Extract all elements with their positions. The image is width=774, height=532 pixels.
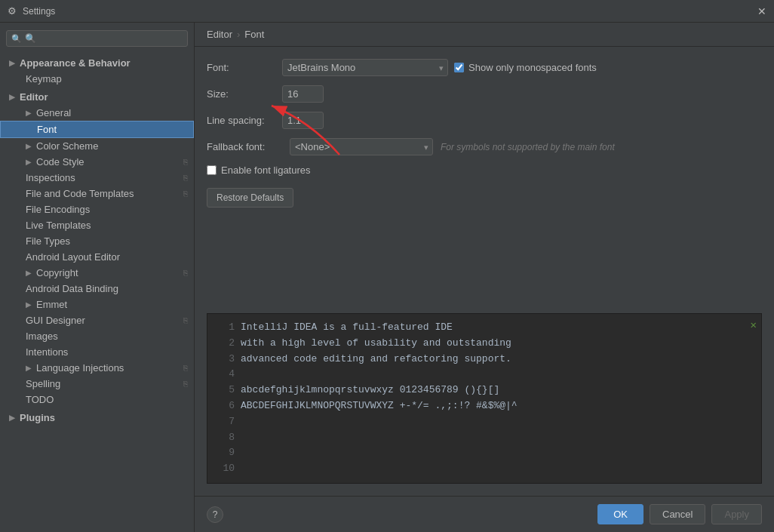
sidebar-item-filetypes[interactable]: File Types <box>0 233 194 249</box>
sidebar-item-plugins[interactable]: ▶ Plugins <box>0 407 194 426</box>
font-select[interactable]: JetBrains Mono Consolas Courier New Fira… <box>282 59 448 76</box>
cancel-button[interactable]: Cancel <box>650 504 705 524</box>
sidebar-item-keymap[interactable]: Keymap <box>0 71 194 87</box>
search-input[interactable] <box>25 33 183 44</box>
fallback-select[interactable]: <None> <box>290 138 433 155</box>
breadcrumb-separator: › <box>237 29 240 40</box>
close-icon[interactable]: ✕ <box>756 5 768 17</box>
font-label: Font: <box>207 62 282 73</box>
monospaced-label: Show only monospaced fonts <box>468 62 597 73</box>
action-buttons: OK Cancel Apply <box>597 504 762 524</box>
sidebar-item-colorscheme[interactable]: ▶ Color Scheme <box>0 138 194 154</box>
font-select-wrapper: JetBrains Mono Consolas Courier New Fira… <box>282 59 448 76</box>
copy-icon: ⎘ <box>183 316 188 324</box>
sidebar-item-fileandcode[interactable]: File and Code Templates ⎘ <box>0 186 194 201</box>
copy-icon: ⎘ <box>183 189 188 198</box>
copy-icon: ⎘ <box>183 269 188 277</box>
line-spacing-label: Line spacing: <box>207 115 282 126</box>
sidebar-item-livetemplates[interactable]: Live Templates <box>0 217 194 233</box>
expand-arrow: ▶ <box>26 142 36 150</box>
preview-line-9: 9 <box>207 445 761 461</box>
ligatures-label: Enable font ligatures <box>221 165 311 176</box>
fallback-label: Fallback font: <box>207 141 290 152</box>
preview-line-10: 10 <box>207 461 761 477</box>
preview-line-6: 6 ABCDEFGHIJKLMNOPQRSTUVWXYZ +-*/= .,;:!… <box>207 398 761 414</box>
search-box[interactable]: 🔍 <box>6 30 188 47</box>
preview-line-2: 2 with a high level of usability and out… <box>207 336 761 352</box>
preview-line-7: 7 <box>207 414 761 430</box>
sidebar-item-spelling[interactable]: Spelling ⎘ <box>0 376 194 392</box>
sidebar-item-font[interactable]: Font <box>0 121 194 138</box>
expand-arrow: ▶ <box>26 269 36 277</box>
content-panel: Editor › Font Font: JetBrains Mono Conso… <box>195 23 774 532</box>
search-icon: 🔍 <box>11 34 22 44</box>
sidebar-item-fileencodings[interactable]: File Encodings <box>0 201 194 217</box>
preview-line-5: 5 abcdefghijklmnopqrstuvwxyz 0123456789 … <box>207 383 761 398</box>
sidebar-item-todo[interactable]: TODO <box>0 392 194 407</box>
fallback-font-row: Fallback font: <None> For symbols not su… <box>207 138 762 155</box>
help-button[interactable]: ? <box>207 506 223 523</box>
copy-icon: ⎘ <box>183 174 188 182</box>
copy-icon: ⎘ <box>183 364 188 372</box>
bottom-bar: ? OK Cancel Apply <box>195 496 774 532</box>
preview-line-1: 1 IntelliJ IDEA is a full-featured IDE <box>207 320 761 336</box>
expand-arrow: ▶ <box>26 158 36 166</box>
sidebar-item-intentions[interactable]: Intentions <box>0 344 194 360</box>
breadcrumb: Editor › Font <box>195 23 774 47</box>
sidebar-item-guidesigner[interactable]: GUI Designer ⎘ <box>0 312 194 328</box>
size-input[interactable] <box>282 85 324 103</box>
expand-arrow: ▶ <box>26 364 36 372</box>
expand-arrow: ▶ <box>9 414 20 422</box>
restore-defaults-button[interactable]: Restore Defaults <box>207 188 293 208</box>
preview-close-icon[interactable]: ✕ <box>751 317 757 334</box>
line-spacing-row: Line spacing: <box>207 112 762 129</box>
sidebar-item-images[interactable]: Images <box>0 328 194 344</box>
sidebar-item-androiddatabinding[interactable]: Android Data Binding <box>0 281 194 297</box>
font-row: Font: JetBrains Mono Consolas Courier Ne… <box>207 59 762 76</box>
preview-line-4: 4 <box>207 367 761 383</box>
line-spacing-input[interactable] <box>282 112 324 129</box>
size-row: Size: <box>207 85 762 103</box>
sidebar-item-emmet[interactable]: ▶ Emmet <box>0 297 194 312</box>
settings-icon: ⚙ <box>6 5 18 17</box>
sidebar-item-editor[interactable]: ▶ Editor <box>0 87 194 105</box>
preview-line-8: 8 <box>207 430 761 446</box>
sidebar-item-codestyle[interactable]: ▶ Code Style ⎘ <box>0 154 194 170</box>
sidebar-item-langinjections[interactable]: ▶ Language Injections ⎘ <box>0 360 194 376</box>
expand-arrow: ▶ <box>26 109 36 117</box>
fallback-note: For symbols not supported by the main fo… <box>441 142 615 152</box>
breadcrumb-parent: Editor <box>207 29 232 40</box>
breadcrumb-current: Font <box>244 29 264 40</box>
size-label: Size: <box>207 88 282 100</box>
monospaced-checkbox-row: Show only monospaced fonts <box>454 62 597 73</box>
fallback-select-wrapper: <None> <box>290 138 433 155</box>
copy-icon: ⎘ <box>183 158 188 166</box>
sidebar: 🔍 ▶ Appearance & Behavior Keymap ▶ Edito… <box>0 23 195 532</box>
preview-area: ✕ 1 IntelliJ IDEA is a full-featured IDE… <box>207 313 762 484</box>
sidebar-item-copyright[interactable]: ▶ Copyright ⎘ <box>0 265 194 281</box>
sidebar-item-inspections[interactable]: Inspections ⎘ <box>0 170 194 186</box>
titlebar: ⚙ Settings ✕ <box>0 0 774 23</box>
font-select-group: JetBrains Mono Consolas Courier New Fira… <box>282 59 597 76</box>
expand-arrow: ▶ <box>9 59 20 67</box>
preview-line-3: 3 advanced code editing and refactoring … <box>207 352 761 367</box>
copy-icon: ⎘ <box>183 380 188 388</box>
sidebar-item-general[interactable]: ▶ General <box>0 105 194 121</box>
ligatures-checkbox[interactable] <box>207 165 217 175</box>
sidebar-item-appearance[interactable]: ▶ Appearance & Behavior <box>0 53 194 71</box>
expand-arrow: ▶ <box>9 93 20 101</box>
apply-button[interactable]: Apply <box>711 504 762 524</box>
ok-button[interactable]: OK <box>597 504 643 524</box>
window-title: Settings <box>23 6 756 17</box>
monospaced-checkbox[interactable] <box>454 63 464 72</box>
expand-arrow: ▶ <box>26 300 36 309</box>
sidebar-item-androidlayout[interactable]: Android Layout Editor <box>0 249 194 265</box>
ligatures-row: Enable font ligatures <box>207 165 762 176</box>
